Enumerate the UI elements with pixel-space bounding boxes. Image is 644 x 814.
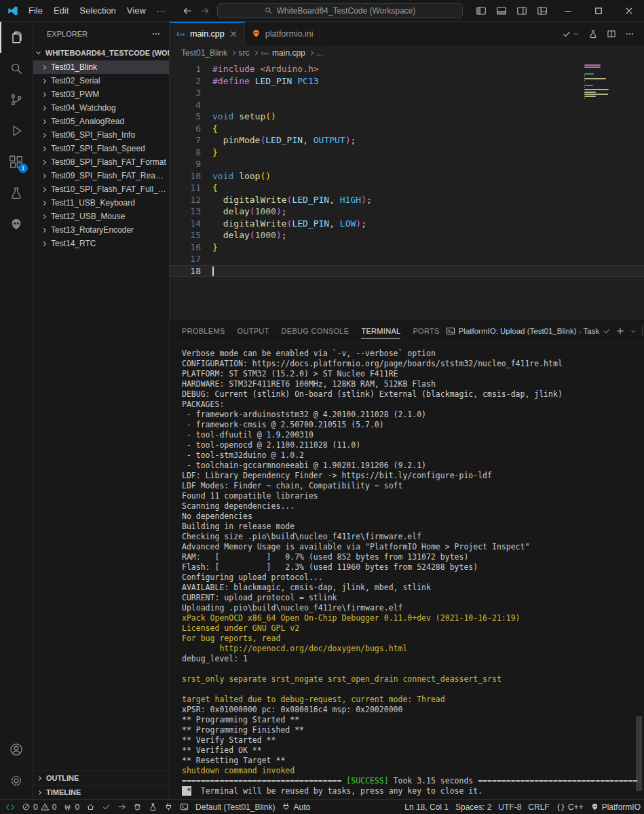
toggle-panel-icon[interactable] — [491, 1, 512, 21]
sidebar-item-test04_watchdog[interactable]: Test04_Watchdog — [33, 101, 169, 115]
activity-source-control[interactable] — [0, 84, 33, 115]
tab-label: main.cpp — [190, 29, 225, 39]
section-outline[interactable]: OUTLINE — [33, 771, 169, 785]
remote-icon — [5, 802, 15, 812]
maximize-button[interactable] — [583, 0, 613, 21]
sidebar-item-test12_usb_mouse[interactable]: Test12_USB_Mouse — [33, 210, 169, 223]
toggle-secondary-sidebar-icon[interactable] — [512, 1, 532, 21]
close-button[interactable] — [613, 0, 644, 21]
sidebar-item-test11_usb_keyboard[interactable]: Test11_USB_Keyboard — [33, 196, 169, 210]
breadcrumb-file[interactable]: C++ main.cpp — [261, 48, 305, 58]
menu-edit[interactable]: Edit — [48, 3, 74, 18]
new-terminal-button[interactable] — [615, 326, 625, 336]
indentation-status[interactable]: Spaces: 2 — [452, 800, 495, 814]
customize-layout-icon[interactable] — [532, 1, 552, 21]
code-text: #include <Arduino.h> — [212, 63, 319, 75]
minimize-button[interactable] — [552, 0, 583, 21]
testing-action-icon[interactable] — [588, 29, 598, 39]
terminal-line: Licensed under GNU GPL v2 — [182, 623, 644, 634]
terminal-output[interactable]: Verbose mode can be enabled via `-v, --v… — [170, 343, 644, 799]
remote-indicator[interactable] — [0, 800, 18, 814]
pio-build-button[interactable] — [98, 800, 114, 814]
tab-main-cpp[interactable]: C++ main.cpp — [170, 22, 245, 45]
ports-status[interactable]: 0 — [60, 800, 83, 814]
panel-tabs: PROBLEMSOUTPUTDEBUG CONSOLETERMINALPORTS — [170, 319, 446, 343]
platformio-file-icon — [251, 28, 261, 39]
panel-tab-problems[interactable]: PROBLEMS — [182, 319, 225, 343]
menu-file[interactable]: File — [23, 3, 48, 18]
sidebar-item-test14_rtc[interactable]: Test14_RTC — [33, 237, 169, 250]
sidebar-item-test02_serial[interactable]: Test02_Serial — [33, 74, 169, 88]
sidebar-item-test07_spi_flash_speed[interactable]: Test07_SPI_Flash_Speed — [33, 142, 169, 155]
task-success-check-icon — [603, 327, 611, 335]
activity-search[interactable] — [0, 53, 33, 84]
tab-platformio-ini[interactable]: platformio.ini — [245, 22, 320, 45]
sidebar-item-test03_pwm[interactable]: Test03_PWM — [33, 88, 169, 101]
accounts-button[interactable] — [0, 734, 33, 765]
pio-upload-button[interactable] — [114, 800, 130, 814]
editor-more-actions-icon[interactable] — [625, 29, 634, 39]
sidebar-bottom: OUTLINETIMELINE — [33, 771, 169, 799]
panel-tab-terminal[interactable]: TERMINAL — [361, 319, 400, 343]
problems-status[interactable]: 0 0 — [18, 800, 60, 814]
navigate-back-button[interactable] — [182, 5, 193, 16]
chevron-right-icon — [41, 227, 46, 232]
panel-tab-ports[interactable]: PORTS — [413, 319, 439, 343]
breadcrumb-symbol[interactable]: ... — [316, 48, 323, 58]
terminal-line: ** Programming Started ** — [182, 715, 644, 725]
explorer-more-actions-icon[interactable] — [151, 29, 161, 39]
language-mode-status[interactable]: {}C++ — [553, 800, 587, 814]
encoding-status[interactable]: UTF-8 — [495, 800, 525, 814]
activity-extensions[interactable]: 1 — [0, 147, 33, 178]
terminal-line — [182, 664, 644, 674]
toggle-sidebar-icon[interactable] — [471, 1, 491, 21]
terminal-scrollbar[interactable] — [636, 716, 642, 791]
workspace-search-box[interactable]: WhiteBoard64_TestCode (Workspace) — [217, 3, 463, 18]
navigate-forward-button[interactable] — [200, 5, 210, 16]
activity-platformio[interactable] — [0, 209, 33, 240]
activity-testing[interactable] — [0, 178, 33, 209]
pio-home-button[interactable] — [83, 800, 98, 814]
terminal-dropdown-icon[interactable] — [630, 328, 637, 335]
terminal-instance[interactable]: PlatformIO: Upload (Test01_Blink) - Task — [446, 326, 611, 336]
close-tab-icon[interactable] — [229, 29, 238, 39]
code-text: digitalWrite(LED_PIN, LOW); — [212, 218, 366, 230]
panel-header: PROBLEMSOUTPUTDEBUG CONSOLETERMINALPORTS… — [170, 319, 644, 343]
menu-more-button[interactable]: ··· — [151, 3, 171, 18]
pio-new-terminal-button[interactable] — [176, 800, 192, 814]
activity-run-debug[interactable] — [0, 115, 33, 147]
panel-tab-output[interactable]: OUTPUT — [238, 319, 269, 343]
sidebar-item-test09_spi_flash_fat_read_wr...[interactable]: Test09_SPI_Flash_FAT_Read_Wr... — [33, 169, 169, 182]
cursor-position-status[interactable]: Ln 18, Col 1 — [401, 800, 452, 814]
menu-selection[interactable]: Selection — [74, 3, 121, 18]
breadcrumb-src[interactable]: src — [239, 48, 250, 58]
pio-serial-port-selector[interactable]: Auto — [278, 800, 314, 814]
pio-clean-button[interactable] — [130, 800, 145, 814]
minimap[interactable] — [584, 64, 634, 104]
terminal-line: debug_level: 1 — [182, 654, 644, 664]
section-timeline[interactable]: TIMELINE — [33, 785, 169, 799]
workspace-root-item[interactable]: WHITEBOARD64_TESTCODE (WORK... — [33, 45, 169, 60]
run-task-button[interactable] — [562, 29, 580, 39]
sidebar-item-test10_spi_flash_fat_full_usa...[interactable]: Test10_SPI_Flash_FAT_Full_Usa... — [33, 182, 169, 196]
code-line: 15 delay(1000); — [170, 229, 644, 241]
pio-env-switcher[interactable]: Default (Test01_Blink) — [192, 800, 278, 814]
sidebar-item-test08_spi_flash_fat_format[interactable]: Test08_SPI_Flash_FAT_Format — [33, 155, 169, 169]
sidebar-item-test06_spi_flash_info[interactable]: Test06_SPI_Flash_Info — [33, 128, 169, 142]
eol-status[interactable]: CRLF — [525, 800, 552, 814]
menu-view[interactable]: View — [121, 3, 151, 18]
pio-serial-monitor-button[interactable] — [161, 800, 176, 814]
settings-button[interactable] — [0, 765, 33, 796]
code-editor[interactable]: 1#include <Arduino.h>2#define LED_PIN PC… — [170, 60, 644, 319]
split-editor-icon[interactable] — [607, 29, 616, 39]
activity-explorer[interactable] — [0, 22, 33, 53]
panel-tab-debug-console[interactable]: DEBUG CONSOLE — [282, 319, 349, 343]
pio-test-button[interactable] — [145, 800, 161, 814]
sidebar-item-test13_rotaryencoder[interactable]: Test13_RotaryEncoder — [33, 223, 169, 237]
sidebar-item-test01_blink[interactable]: Test01_Blink — [33, 60, 169, 74]
terminal-line: HARDWARE: STM32F411RET6 100MHz, 128KB RA… — [182, 379, 644, 389]
platformio-status[interactable]: PlatformIO — [587, 800, 644, 814]
sidebar-item-test05_analogread[interactable]: Test05_AnalogRead — [33, 115, 169, 128]
terminal-line: Checking size .pio\build\nucleo_f411re\f… — [182, 532, 644, 542]
breadcrumb-folder[interactable]: Test01_Blink — [181, 48, 227, 58]
